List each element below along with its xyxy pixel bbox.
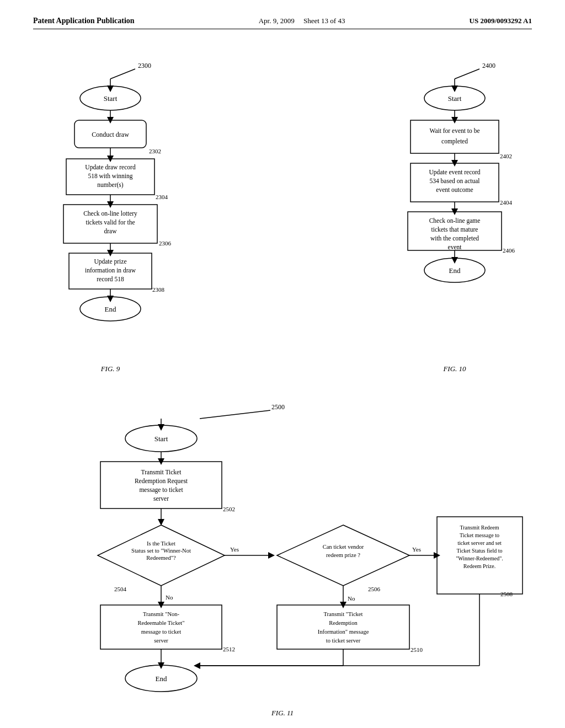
- fig11-tri-line1: Transmit "Ticket: [324, 611, 363, 617]
- fig11-tr-line5: "Winner-Redeemed".: [456, 555, 503, 561]
- fig9-number-arrow: [110, 69, 135, 79]
- fig11-tt-line4: server: [153, 495, 169, 502]
- page-header: Patent Application Publication Apr. 9, 2…: [33, 17, 532, 29]
- fig10-update-event-line2: 534 based on actual: [429, 178, 479, 184]
- fig11-tr-line2: Ticket message to: [460, 532, 499, 538]
- fig11-svg: 2500 Start Transmit Ticket Redemption Re…: [34, 395, 531, 704]
- fig11-tri-line2: Redemption: [329, 620, 358, 626]
- fig11-tri-line4: to ticket server: [326, 638, 361, 644]
- fig11-d1-line1: Is the Ticket: [147, 540, 175, 547]
- fig11-nr-line1: Transmit "Non-: [143, 611, 180, 617]
- fig11-d1-line3: Redeemed"?: [146, 555, 176, 561]
- fig9-step2302: 2302: [149, 148, 161, 154]
- fig9-check-lottery-line2: tickets valid for the: [86, 219, 135, 226]
- fig11-step2512: 2512: [223, 646, 235, 652]
- fig9-step2304: 2304: [156, 194, 168, 200]
- fig9-update-draw-line3: number(s): [97, 181, 123, 189]
- fig9-svg: 2300 Start Conduct draw 2302 Update draw…: [33, 51, 188, 360]
- top-diagrams-row: 2300 Start Conduct draw 2302 Update draw…: [33, 51, 532, 373]
- fig9-update-prize-line1: Update prize: [94, 258, 126, 265]
- fig11-d1-line2: Status set to "Winner-Not: [131, 548, 191, 554]
- fig11-end-label: End: [156, 675, 167, 683]
- fig10-check-game-line4: event: [448, 244, 462, 250]
- header-publication-label: Patent Application Publication: [33, 17, 135, 25]
- fig11-nr-line3: message to ticket: [141, 629, 181, 635]
- header-date: Apr. 9, 2009: [259, 17, 295, 25]
- fig11-yes2-label: Yes: [412, 546, 421, 553]
- fig11-number-arrow: [200, 410, 270, 419]
- fig11-no2-label: No: [348, 595, 355, 602]
- fig9-update-draw-line1: Update draw record: [85, 164, 136, 171]
- fig9-update-draw-line2: 518 with winning: [88, 173, 132, 180]
- fig9-check-lottery-line3: draw: [104, 228, 118, 234]
- fig10-update-event-line1: Update event record: [429, 169, 480, 176]
- fig11-tt-line2: Redemption Request: [135, 478, 188, 485]
- fig11-step2502: 2502: [223, 506, 235, 512]
- fig11-nr-line2: Redeemable Ticket": [137, 620, 184, 626]
- fig10-number: 2400: [482, 62, 495, 69]
- fig10-label: FIG. 10: [443, 365, 466, 373]
- fig9-update-prize-line2: information in draw: [85, 267, 136, 274]
- fig11-tt-line3: message to ticket: [139, 486, 183, 494]
- fig11-tr-line4: Ticket Status field to: [456, 548, 502, 554]
- fig11-tr-line1: Transmit Redeem: [460, 524, 499, 531]
- page: Patent Application Publication Apr. 9, 2…: [0, 0, 565, 728]
- fig9-update-prize-line3: record 518: [97, 276, 124, 282]
- fig10-update-event-line3: event outcome: [436, 186, 473, 193]
- fig10-end-label: End: [449, 266, 461, 275]
- header-date-sheet: Apr. 9, 2009 Sheet 13 of 43: [259, 17, 345, 25]
- fig11-tr-line6: Redeem Prize.: [463, 563, 495, 569]
- fig10-step2406: 2406: [503, 247, 515, 254]
- fig11-number: 2500: [271, 403, 285, 411]
- fig9-end-label: End: [105, 305, 116, 313]
- header-sheet: Sheet 13 of 43: [303, 17, 345, 25]
- fig11-tt-line1: Transmit Ticket: [141, 469, 182, 475]
- fig9-diagram: 2300 Start Conduct draw 2302 Update draw…: [33, 51, 188, 373]
- fig10-step2404: 2404: [500, 199, 513, 206]
- fig9-step2306: 2306: [159, 240, 172, 247]
- fig10-start-label: Start: [448, 94, 462, 103]
- fig9-check-lottery-line1: Check on-line lottery: [83, 210, 137, 217]
- fig10-wait-line1: Wait for event to be: [429, 127, 479, 134]
- fig10-check-game-line2: tickets that mature: [431, 226, 478, 233]
- fig10-step2402: 2402: [500, 153, 512, 159]
- fig10-check-game-line3: with the completed: [430, 235, 479, 242]
- fig11-tri-line3: Information" message: [318, 629, 369, 635]
- fig10-svg: 2400 Start Wait for event to be complete…: [377, 51, 532, 360]
- fig11-step2510: 2510: [411, 646, 423, 653]
- fig9-step2308: 2308: [152, 286, 165, 293]
- fig11-diagram: 2500 Start Transmit Ticket Redemption Re…: [33, 395, 532, 718]
- fig9-label: FIG. 9: [101, 365, 120, 373]
- fig11-start-label: Start: [154, 435, 168, 443]
- fig11-d2-line2: redeem prize ?: [326, 552, 360, 558]
- fig10-number-arrow: [455, 69, 479, 79]
- fig11-tr-line3: ticket server and set: [457, 540, 502, 546]
- fig11-d2-line1: Can ticket vendor: [323, 544, 364, 550]
- fig9-number: 2300: [138, 62, 151, 69]
- fig11-step2504: 2504: [114, 586, 127, 592]
- fig10-check-game-line1: Check on-line game: [429, 217, 481, 224]
- fig9-start-label: Start: [104, 94, 118, 103]
- fig11-step2506: 2506: [368, 586, 381, 592]
- fig9-conduct-draw-label: Conduct draw: [92, 131, 129, 138]
- fig10-diagram: 2400 Start Wait for event to be complete…: [377, 51, 532, 373]
- fig11-step2508: 2508: [500, 591, 513, 597]
- fig11-yes1-label: Yes: [230, 546, 239, 553]
- fig10-wait-box: [411, 120, 499, 153]
- fig11-label: FIG. 11: [271, 709, 294, 718]
- fig11-nr-line4: server: [154, 638, 168, 644]
- fig11-no1-label: No: [166, 594, 173, 601]
- header-patent-number: US 2009/0093292 A1: [470, 17, 532, 25]
- fig10-wait-line2: completed: [441, 138, 468, 145]
